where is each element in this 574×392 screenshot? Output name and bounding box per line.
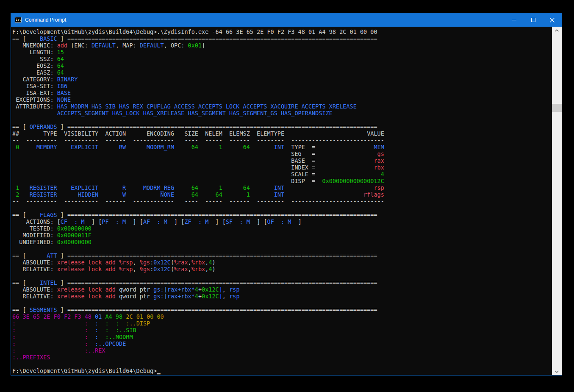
console-line: : : : : :..SIB [12, 327, 552, 334]
console-text-segment: 0x0000011F [57, 232, 92, 239]
console-text-segment: : [12, 347, 16, 354]
console-text-segment: ATTRIBUTES: [12, 103, 57, 110]
scrollbar-thumb[interactable] [552, 104, 562, 112]
console-text-segment: SEGMENTS [30, 306, 57, 313]
console-text-segment: : [85, 340, 88, 347]
console-line: 0 MEMORY EXPLICIT RW MODRM_RM 64 1 64 IN… [12, 144, 552, 150]
console-line: ABSOLUTE: xrelease lock add %rsp, %gs:0x… [12, 259, 552, 266]
console-text-segment: 0x12C [153, 266, 171, 272]
console-text-segment: 1 [198, 144, 222, 150]
close-button[interactable] [543, 13, 562, 27]
console-text-segment: 0x12C [202, 286, 219, 293]
scrollbar[interactable] [552, 27, 562, 375]
console-text-segment: SF : M [226, 218, 250, 225]
console-text-segment [284, 191, 363, 198]
console-line: EASZ: 64 [12, 69, 552, 76]
console-text-segment: gs:[rax+rbx* [153, 286, 195, 293]
console-text-segment: rsp [374, 184, 384, 191]
console-text-segment: , [133, 266, 139, 272]
console-text-segment [12, 157, 291, 164]
console-text-segment: ) [212, 259, 216, 266]
console-text-segment: 0x00000000 [57, 239, 92, 245]
console-text-segment: : [12, 327, 16, 334]
console-text-segment: :..SIB [116, 327, 136, 334]
console-text-segment: 0x000000000000012C [322, 178, 384, 184]
console-text-segment: ] [219, 286, 222, 293]
console-text-segment [315, 178, 322, 184]
scroll-up-button[interactable] [552, 27, 562, 34]
console-text-segment [16, 347, 85, 354]
console-text-segment: :..REX [85, 347, 105, 354]
console-text-segment: 15 [57, 49, 64, 56]
console-text-segment: SEG = [291, 150, 315, 157]
console-text-segment: %rbx [191, 259, 205, 266]
scroll-down-button[interactable] [552, 368, 562, 375]
console-text-segment: LENGTH: [12, 49, 57, 56]
console-text-segment: qword ptr [116, 293, 153, 300]
console-text-segment: MODIFIED: [12, 232, 57, 239]
console-text-segment [315, 150, 377, 157]
console-text-segment: xrelease lock add %rsp [57, 259, 133, 266]
console-text-segment: : [12, 334, 16, 340]
console-output[interactable]: F:\Development\GitHub\zydis\Build64\Debu… [11, 27, 552, 375]
console-text-segment: MODRM_RM [126, 144, 174, 150]
console-text-segment: CF : M [61, 218, 85, 225]
console-text-segment: INT [250, 184, 284, 191]
console-text-segment: INT [250, 144, 284, 150]
console-text-segment: ATT [30, 252, 57, 259]
console-text-segment [98, 334, 105, 340]
console-text-segment: ========================================… [67, 211, 377, 218]
console-text-segment: : [105, 320, 109, 327]
console-line: 2 REGISTER HIDDEN W NONE 64 64 1 INT rfl… [12, 191, 552, 198]
console-line: RELATIVE: xrelease lock add %rsp, %gs:0x… [12, 266, 552, 272]
console-text-segment: 4 [381, 171, 384, 178]
console-text-segment: -- --------- ---------- ------ ---------… [12, 198, 291, 205]
console-text-segment: SCALE = [291, 171, 315, 178]
console-text-segment: REGISTER [19, 191, 57, 198]
console-line: EXCEPTIONS: NONE [12, 96, 552, 103]
scroll-up-icon [555, 29, 559, 32]
console-text-segment: 1 [222, 191, 250, 198]
console-text-segment: 64 [57, 69, 64, 76]
maximize-button[interactable] [524, 13, 543, 27]
console-text-segment [88, 320, 95, 327]
console-text-segment: %rbx [191, 266, 205, 272]
console-line: SEG = gs [12, 150, 552, 157]
console-text-segment: INTEL [30, 279, 57, 286]
console-text-segment: TYPE = [284, 144, 315, 150]
console-text-segment: rsp [229, 293, 239, 300]
console-text-segment: + [198, 293, 202, 300]
titlebar[interactable]: C:\ Command Prompt [11, 13, 562, 27]
console-text-segment: 4 [195, 293, 198, 300]
console-line: -- --------- ---------- ------ ---------… [12, 198, 552, 205]
console-text-segment [315, 157, 374, 164]
console-text-segment: DEFAULT [92, 42, 116, 49]
console-line: ISA-EXT: BASE [12, 89, 552, 96]
console-text-segment [12, 171, 291, 178]
console-text-segment [88, 334, 95, 340]
console-line: ## TYPE VISIBILITY ACTION ENCODING SIZE … [12, 130, 552, 137]
console-text-segment: PF : M [102, 218, 126, 225]
console-text-segment: AF : M [143, 218, 167, 225]
console-text-segment: CATEGORY: [12, 76, 57, 83]
console-text-segment: 0x01 [188, 42, 202, 49]
cmd-icon: C:\ [15, 17, 22, 23]
console-text-segment [12, 178, 291, 184]
console-line: :..PREFIXES [12, 354, 552, 361]
console-line: ABSOLUTE: xrelease lock add qword ptr gs… [12, 286, 552, 293]
console-text-segment: %rax [174, 266, 188, 272]
console-text-segment: F:\Development\GitHub\zydis\Build64\Debu… [12, 367, 157, 374]
console-text-segment: ========================================… [67, 306, 377, 313]
console-line [12, 272, 552, 279]
console-text-segment [16, 334, 85, 340]
console-line: -- --------- ---------- ------ ---------… [12, 137, 552, 144]
console-text-segment: 64 [198, 191, 222, 198]
minimize-button[interactable] [505, 13, 524, 27]
console-text-segment: ] [219, 293, 222, 300]
console-text-segment: gs [377, 150, 384, 157]
console-line: == [ BASIC ] ===========================… [12, 35, 552, 42]
console-text-segment [12, 150, 291, 157]
console-text-segment: W [98, 191, 126, 198]
console-text-segment: 0x00000000 [57, 225, 92, 232]
console-text-segment: 64 [57, 56, 64, 62]
